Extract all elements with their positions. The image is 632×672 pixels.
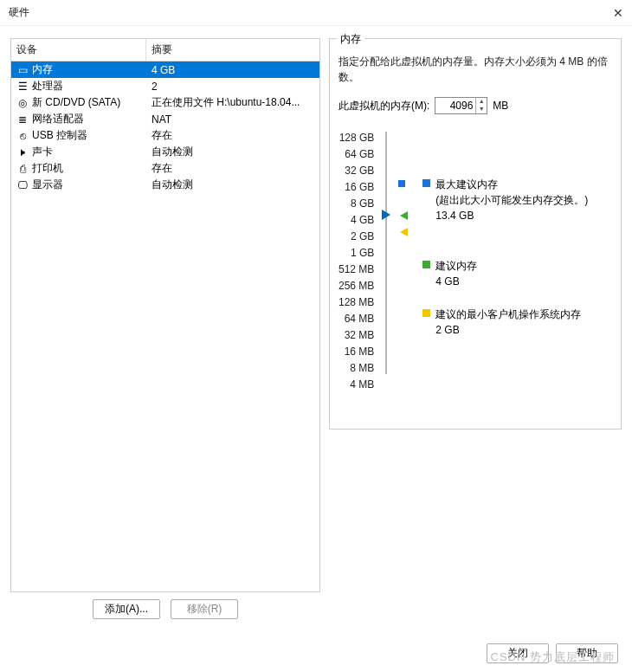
disc-icon: ◎ xyxy=(15,97,30,109)
legend-rec-value: 4 GB xyxy=(435,274,477,289)
nic-icon: ≣ xyxy=(15,113,30,126)
col-device[interactable]: 设备 xyxy=(11,39,146,61)
legend-min-title: 建议的最小客户机操作系统内存 xyxy=(435,307,581,322)
device-summary: 存在 xyxy=(146,161,319,176)
device-summary: 自动检测 xyxy=(146,178,319,192)
tick-label: 32 GB xyxy=(339,163,374,179)
remove-button[interactable]: 移除(R) xyxy=(171,599,238,619)
tick-label: 4 MB xyxy=(339,377,374,393)
memory-slider[interactable] xyxy=(379,130,393,393)
device-row-printer[interactable]: ⎙打印机存在 xyxy=(11,160,319,177)
tick-label: 16 MB xyxy=(339,344,374,360)
device-row-memory[interactable]: ▭内存4 GB xyxy=(11,61,319,78)
device-summary: 自动检测 xyxy=(146,145,319,159)
device-row-sound[interactable]: 🕨声卡自动检测 xyxy=(11,144,319,160)
device-name: 显示器 xyxy=(30,178,146,192)
device-row-nic[interactable]: ≣网络适配器NAT xyxy=(11,111,319,127)
marker-max-icon xyxy=(398,180,405,187)
legend-rec-swatch-icon xyxy=(422,261,430,268)
marker-min-icon xyxy=(400,228,408,236)
device-name: 声卡 xyxy=(30,145,146,159)
cpu-icon: ☰ xyxy=(15,81,30,93)
legend-rec-title: 建议内存 xyxy=(435,258,477,274)
device-summary: 正在使用文件 H:\ubuntu-18.04... xyxy=(146,95,319,110)
add-button[interactable]: 添加(A)... xyxy=(93,599,160,619)
legend-max-value: 13.4 GB xyxy=(435,208,588,223)
legend-max-sub: (超出此大小可能发生内存交换。) xyxy=(435,192,588,208)
device-name: 处理器 xyxy=(30,79,146,94)
tick-label: 2 GB xyxy=(339,229,374,245)
tick-label: 128 GB xyxy=(339,130,374,146)
close-icon[interactable]: ✕ xyxy=(613,6,623,20)
memory-desc: 指定分配给此虚拟机的内存量。内存大小必须为 4 MB 的倍数。 xyxy=(339,54,612,85)
close-button[interactable]: 关闭 xyxy=(487,643,549,663)
help-button[interactable]: 帮助 xyxy=(556,643,618,663)
tick-label: 1 GB xyxy=(339,245,374,262)
marker-rec-icon xyxy=(400,211,408,220)
device-row-disc[interactable]: ◎新 CD/DVD (SATA)正在使用文件 H:\ubuntu-18.04..… xyxy=(11,94,319,111)
tick-label: 128 MB xyxy=(339,294,374,311)
memory-label: 此虚拟机的内存(M): xyxy=(339,99,429,113)
tick-label: 32 MB xyxy=(339,327,374,344)
device-name: USB 控制器 xyxy=(30,128,146,143)
device-row-usb[interactable]: ⎋USB 控制器存在 xyxy=(11,127,319,144)
tick-label: 256 MB xyxy=(339,278,374,294)
device-summary: 2 xyxy=(146,81,319,93)
memory-unit: MB xyxy=(493,100,508,112)
tick-label: 64 MB xyxy=(339,311,374,327)
device-name: 网络适配器 xyxy=(30,112,146,126)
memory-input[interactable] xyxy=(435,99,475,113)
device-name: 新 CD/DVD (SATA) xyxy=(30,95,146,110)
sound-icon: 🕨 xyxy=(15,146,30,158)
printer-icon: ⎙ xyxy=(15,163,30,175)
panel-title: 内存 xyxy=(337,32,364,47)
spin-up-icon[interactable]: ▲ xyxy=(476,98,487,106)
device-name: 内存 xyxy=(30,62,146,77)
device-summary: 4 GB xyxy=(146,64,319,76)
usb-icon: ⎋ xyxy=(15,130,30,142)
legend-min-value: 2 GB xyxy=(435,322,581,338)
device-summary: 存在 xyxy=(146,128,319,143)
window-title: 硬件 xyxy=(9,5,29,20)
device-row-display[interactable]: 🖵显示器自动检测 xyxy=(11,177,319,193)
tick-label: 64 GB xyxy=(339,146,374,163)
tick-label: 8 MB xyxy=(339,360,374,377)
device-name: 打印机 xyxy=(30,161,146,176)
slider-ticks: 128 GB64 GB32 GB16 GB8 GB4 GB2 GB1 GB512… xyxy=(339,130,379,393)
device-summary: NAT xyxy=(146,113,319,126)
tick-label: 8 GB xyxy=(339,196,374,212)
tick-label: 512 MB xyxy=(339,262,374,278)
display-icon: 🖵 xyxy=(15,179,30,191)
legend-max-title: 最大建议内存 xyxy=(435,177,588,192)
memory-spinner[interactable]: ▲ ▼ xyxy=(435,97,487,114)
memory-panel: 内存 指定分配给此虚拟机的内存量。内存大小必须为 4 MB 的倍数。 此虚拟机的… xyxy=(329,38,622,430)
device-table: 设备 摘要 ▭内存4 GB☰处理器2◎新 CD/DVD (SATA)正在使用文件… xyxy=(10,38,320,592)
spin-down-icon[interactable]: ▼ xyxy=(476,106,487,113)
device-row-cpu[interactable]: ☰处理器2 xyxy=(11,78,319,94)
slider-thumb-icon[interactable] xyxy=(382,210,390,220)
tick-label: 16 GB xyxy=(339,179,374,196)
legend-min-swatch-icon xyxy=(422,309,430,317)
tick-label: 4 GB xyxy=(339,212,374,229)
col-summary[interactable]: 摘要 xyxy=(146,39,319,61)
memory-icon: ▭ xyxy=(15,64,30,76)
legend-max-swatch-icon xyxy=(422,179,430,187)
